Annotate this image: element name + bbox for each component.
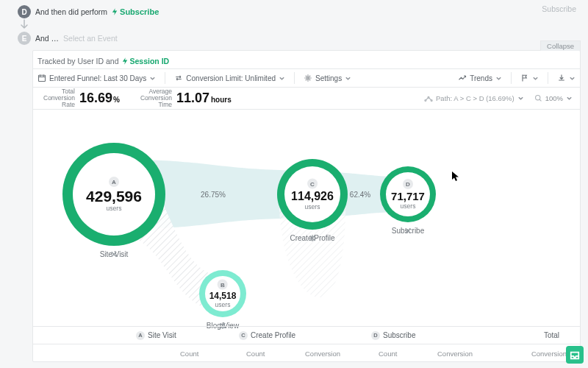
th-bullet: C xyxy=(239,331,248,340)
chevron-down-icon xyxy=(566,95,573,102)
funnel-panel: Collapse Tracked by User ID and Session … xyxy=(32,50,581,362)
svg-point-15 xyxy=(386,172,430,216)
close-icon[interactable] xyxy=(392,227,424,235)
metric-label: Total Conversion Rate xyxy=(43,88,75,108)
subscribe-ghost-label: Subscribe xyxy=(542,4,576,13)
step-letter-d: D xyxy=(18,5,31,18)
metric-unit: hours xyxy=(211,96,232,104)
toolbar: Entered Funnel: Last 30 Days Conversion … xyxy=(33,68,580,88)
results-table: ASite Visit CCreate Profile DSubscribe T… xyxy=(33,326,580,361)
bolt-icon xyxy=(122,57,128,65)
zoom-label: 100% xyxy=(545,94,563,102)
step-d-event-link[interactable]: Subscribe xyxy=(112,7,159,16)
svg-point-13 xyxy=(284,166,340,222)
svg-rect-0 xyxy=(39,75,46,81)
funnel-step-e: E And … Select an Event xyxy=(13,31,581,46)
divider xyxy=(511,72,512,84)
node-label-a[interactable]: Site Visit xyxy=(100,250,129,258)
collapse-button[interactable]: Collapse xyxy=(540,40,581,51)
calendar-icon xyxy=(37,74,46,82)
svg-point-11 xyxy=(205,276,240,311)
metric-label: Average Conversion Time xyxy=(140,88,172,108)
th-label: Subscribe xyxy=(383,331,415,339)
avg-conversion-time: Average Conversion Time 11.07hours xyxy=(140,88,232,108)
svg-point-5 xyxy=(535,96,539,100)
path-selector[interactable]: Path: A > C > D (16.69%) xyxy=(424,94,524,102)
select-event-placeholder[interactable]: Select an Event xyxy=(63,34,118,43)
table-header-row: ASite Visit CCreate Profile DSubscribe T… xyxy=(33,327,580,344)
node-label-d[interactable]: Subscribe xyxy=(392,227,424,235)
funnel-step-d: D And then did perform Subscribe xyxy=(13,4,581,19)
swap-icon xyxy=(174,74,183,82)
settings-button[interactable]: Settings xyxy=(304,74,351,82)
close-icon[interactable] xyxy=(290,234,334,242)
th-subscribe: DSubscribe xyxy=(371,331,415,340)
step-connector-icon xyxy=(18,19,31,31)
close-icon[interactable] xyxy=(100,250,129,258)
step-e-text: And … xyxy=(35,34,59,43)
svg-point-1 xyxy=(306,77,309,79)
flag-icon xyxy=(520,74,529,82)
download-button[interactable] xyxy=(557,74,576,82)
divider xyxy=(165,72,165,84)
th-count: Count xyxy=(379,350,397,358)
th-create-profile: CCreate Profile xyxy=(239,331,295,340)
path-icon xyxy=(424,95,433,102)
metrics-bar: Total Conversion Rate 16.69% Average Con… xyxy=(33,88,580,110)
svg-point-2 xyxy=(425,99,426,101)
chevron-down-icon xyxy=(532,75,539,82)
tracked-prefix: Tracked by User ID and xyxy=(37,57,119,66)
edge-pct-a-c: 26.75% xyxy=(201,191,226,199)
trends-button[interactable]: Trends xyxy=(458,74,502,82)
svg-point-4 xyxy=(428,96,429,98)
th-conversion: Conversion xyxy=(305,350,340,358)
tracked-session-link[interactable]: Session ID xyxy=(122,57,170,66)
date-range-label: Entered Funnel: Last 30 Days xyxy=(49,74,146,82)
svg-point-3 xyxy=(431,99,432,101)
cursor-icon xyxy=(451,171,460,183)
table-subheader-row: Count Count Conversion Count Conversion … xyxy=(33,344,580,362)
th-site-visit: ASite Visit xyxy=(136,331,176,340)
th-count: Count xyxy=(246,350,265,358)
th-conversion: Conversion xyxy=(437,350,473,358)
th-total: Total xyxy=(544,331,559,339)
chevron-down-icon xyxy=(517,95,524,102)
divider xyxy=(294,72,295,84)
node-label-c[interactable]: Create Profile xyxy=(290,234,334,242)
metric-unit: % xyxy=(113,96,120,104)
feedback-fab[interactable] xyxy=(566,346,584,364)
edge-pct-c-d: 62.4% xyxy=(350,191,370,199)
chevron-down-icon xyxy=(279,75,285,82)
metric-value: 16.69 xyxy=(79,91,112,105)
th-count: Count xyxy=(180,350,198,358)
step-letter-e: E xyxy=(18,32,31,45)
th-conversion: Conversion xyxy=(531,350,567,358)
zoom-selector[interactable]: 100% xyxy=(534,94,573,102)
th-bullet: D xyxy=(371,331,380,340)
trends-label: Trends xyxy=(470,74,492,82)
th-bullet: A xyxy=(136,331,145,340)
conversion-limit-button[interactable]: Conversion Limit: Unlimited xyxy=(174,74,285,82)
conversion-limit-label: Conversion Limit: Unlimited xyxy=(186,74,276,82)
date-range-button[interactable]: Entered Funnel: Last 30 Days xyxy=(37,74,156,82)
flag-button[interactable] xyxy=(520,74,539,82)
settings-label: Settings xyxy=(315,74,342,82)
th-label: Site Visit xyxy=(148,331,176,339)
bolt-icon xyxy=(112,8,118,15)
chevron-down-icon xyxy=(569,75,576,82)
search-icon xyxy=(534,94,542,102)
gear-icon xyxy=(304,74,312,82)
th-label: Create Profile xyxy=(251,331,295,339)
step-d-event-label: Subscribe xyxy=(120,7,159,16)
svg-point-9 xyxy=(73,153,155,236)
chevron-down-icon xyxy=(345,75,351,82)
total-conversion-rate: Total Conversion Rate 16.69% xyxy=(43,88,120,108)
divider xyxy=(548,72,548,84)
tracked-by: Tracked by User ID and Session ID xyxy=(37,54,169,68)
step-d-text: And then did perform xyxy=(35,7,107,16)
metric-value: 11.07 xyxy=(176,91,209,105)
chevron-down-icon xyxy=(149,75,156,82)
download-icon xyxy=(557,74,566,82)
tracked-session-label: Session ID xyxy=(130,57,170,66)
funnel-chart[interactable]: A429,596usersSite Visit B14,518usersBlog… xyxy=(33,110,580,326)
